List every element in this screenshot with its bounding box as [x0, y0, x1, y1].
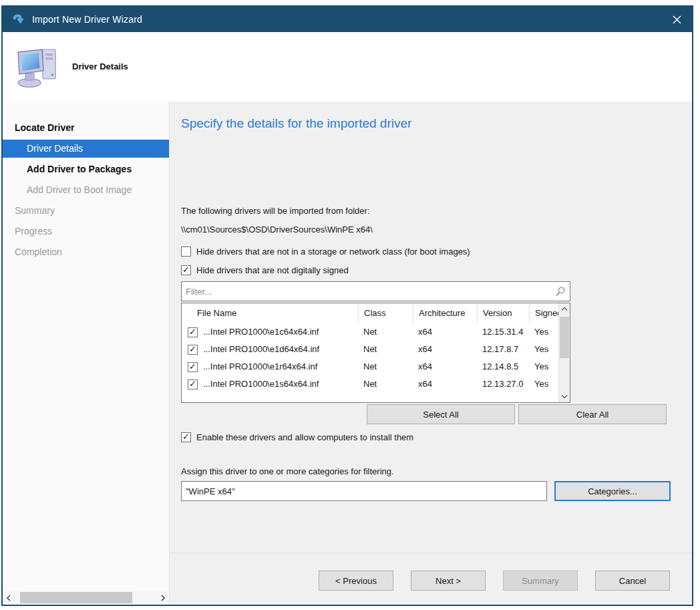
scroll-right-icon[interactable] [157, 591, 169, 605]
row-architecture: x64 [413, 358, 477, 375]
page-heading: Specify the details for the imported dri… [181, 116, 692, 131]
row-checkbox[interactable]: ✓ [188, 379, 198, 390]
hide-storage-network-label: Hide drivers that are not in a storage o… [196, 247, 470, 257]
hide-unsigned-label: Hide drivers that are not digitally sign… [196, 265, 349, 275]
step-add-driver-to-packages[interactable]: Add Driver to Packages [3, 159, 169, 180]
clear-all-button[interactable]: Clear All [518, 404, 667, 424]
row-version: 12.17.8.7 [477, 341, 529, 358]
next-button[interactable]: Next > [411, 571, 486, 591]
categories-button[interactable]: Categories... [554, 481, 671, 501]
scroll-down-icon[interactable] [559, 391, 570, 402]
filter-box [181, 281, 570, 301]
summary-button: Summary [503, 571, 578, 591]
step-summary: Summary [3, 200, 169, 221]
search-icon [555, 286, 566, 297]
row-class: Net [358, 341, 413, 358]
row-file-name: ...Intel PRO1000\e1d64x64.inf [203, 341, 319, 358]
row-checkbox[interactable]: ✓ [188, 345, 198, 355]
row-class: Net [358, 375, 413, 393]
scrollbar-thumb[interactable] [560, 317, 569, 358]
categories-input[interactable] [181, 481, 547, 501]
table-row[interactable]: ✓...Intel PRO1000\e1r64x64.inf Net x64 1… [182, 358, 570, 375]
import-arrow-icon [11, 12, 25, 27]
step-progress: Progress [3, 221, 169, 242]
table-row[interactable]: ✓...Intel PRO1000\e1c64x64.inf Net x64 1… [182, 323, 570, 341]
step-driver-details[interactable]: Driver Details [3, 140, 169, 158]
row-checkbox[interactable]: ✓ [188, 327, 198, 337]
assign-categories-label: Assign this driver to one or more catego… [181, 466, 692, 476]
main-panel: Specify the details for the imported dri… [170, 102, 692, 605]
previous-button[interactable]: < Previous [319, 571, 393, 591]
row-architecture: x64 [413, 323, 477, 341]
row-version: 12.15.31.4 [477, 323, 529, 341]
wizard-header: Driver Details [3, 32, 692, 102]
step-add-driver-to-boot-image: Add Driver to Boot Image [3, 180, 169, 200]
table-row[interactable]: ✓...Intel PRO1000\e1s64x64.inf Net x64 1… [182, 375, 570, 393]
row-architecture: x64 [413, 375, 477, 393]
row-class: Net [358, 323, 413, 341]
row-signed: Yes [529, 341, 560, 358]
wizard-window: Import New Driver Wizard [1, 5, 693, 606]
table-row[interactable]: ✓...Intel PRO1000\e1d64x64.inf Net x64 1… [182, 341, 570, 358]
filter-input[interactable] [186, 287, 555, 297]
hide-unsigned-checkbox-row: ✓ Hide drivers that are not digitally si… [181, 265, 692, 275]
wizard-footer: < Previous Next > Summary Cancel [170, 553, 692, 605]
step-completion: Completion [3, 242, 169, 263]
row-signed: Yes [529, 323, 560, 341]
page-title: Driver Details [72, 61, 128, 71]
row-version: 12.14.8.5 [477, 358, 529, 375]
row-architecture: x64 [413, 341, 477, 358]
step-locate-driver[interactable]: Locate Driver [3, 118, 169, 138]
row-file-name: ...Intel PRO1000\e1s64x64.inf [203, 375, 319, 393]
table-header: File Name Class Architecture Version Sig… [182, 303, 570, 323]
close-button[interactable] [661, 7, 692, 32]
select-all-button[interactable]: Select All [367, 404, 515, 424]
row-file-name: ...Intel PRO1000\e1c64x64.inf [203, 323, 319, 341]
intro-text: The following drivers will be imported f… [181, 206, 692, 216]
hide-unsigned-checkbox[interactable]: ✓ [181, 265, 191, 275]
scrollbar-track[interactable] [15, 591, 157, 605]
source-folder-path: \\cm01\Sources$\OSD\DriverSources\WinPE … [181, 224, 692, 235]
scroll-up-icon[interactable] [559, 303, 570, 315]
enable-drivers-label: Enable these drivers and allow computers… [196, 432, 413, 442]
drivers-table: File Name Class Architecture Version Sig… [181, 303, 570, 403]
row-checkbox[interactable]: ✓ [188, 362, 198, 372]
scroll-left-icon[interactable] [3, 591, 15, 605]
cancel-button[interactable]: Cancel [595, 571, 670, 591]
close-icon [673, 15, 681, 24]
computer-icon [16, 44, 60, 92]
row-signed: Yes [529, 358, 560, 375]
column-file-name[interactable]: File Name [182, 303, 358, 323]
row-version: 12.13.27.0 [477, 375, 529, 393]
column-architecture[interactable]: Architecture [413, 303, 477, 323]
wizard-steps-list: Locate Driver Driver Details Add Driver … [3, 102, 169, 263]
column-signed[interactable]: Signed [529, 303, 560, 323]
row-class: Net [358, 358, 413, 375]
wizard-steps-sidebar: Locate Driver Driver Details Add Driver … [3, 102, 170, 605]
row-signed: Yes [529, 375, 560, 393]
enable-drivers-checkbox[interactable]: ✓ [181, 432, 191, 442]
column-class[interactable]: Class [358, 303, 413, 323]
scrollbar-thumb[interactable] [20, 592, 132, 603]
hide-storage-network-checkbox-row: Hide drivers that are not in a storage o… [181, 247, 692, 257]
hide-storage-network-checkbox[interactable] [181, 247, 191, 257]
title-bar: Import New Driver Wizard [3, 7, 692, 32]
enable-drivers-checkbox-row: ✓ Enable these drivers and allow compute… [181, 432, 692, 442]
window-title: Import New Driver Wizard [32, 14, 142, 25]
table-vertical-scrollbar[interactable] [558, 303, 570, 402]
column-version[interactable]: Version [477, 303, 529, 323]
row-file-name: ...Intel PRO1000\e1r64x64.inf [203, 358, 317, 375]
sidebar-horizontal-scrollbar[interactable] [3, 591, 169, 605]
